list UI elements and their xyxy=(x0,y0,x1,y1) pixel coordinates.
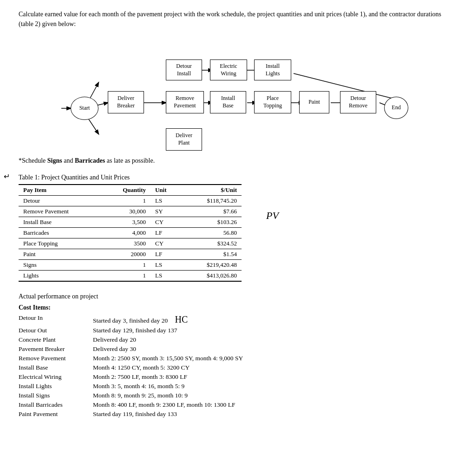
cell-quantity: 20000 xyxy=(101,249,150,260)
cell-unit: LS xyxy=(150,196,182,206)
cell-pay-item: Detour xyxy=(19,196,101,206)
hc-label: HC xyxy=(175,314,188,324)
table-row: Place Topping 3500 CY $324.52 xyxy=(19,238,242,249)
cost-item-value: Month 3: 5, month 4: 16, month 5: 9 xyxy=(93,383,452,390)
table1-section: Table 1: Project Quantities and Unit Pri… xyxy=(19,174,452,284)
performance-section: Actual performance on project Cost Items… xyxy=(19,293,452,418)
cell-price: $219,420.48 xyxy=(182,260,242,271)
cost-items-title: Cost Items: xyxy=(19,304,452,311)
cell-quantity: 3,500 xyxy=(101,217,150,228)
cost-item-label: Detour Out xyxy=(19,327,93,334)
cost-items-grid: Detour InStarted day 3, finished day 20 … xyxy=(19,314,452,418)
col-unit: Unit xyxy=(150,185,182,196)
cost-item-label: Paint Pavement xyxy=(19,410,93,418)
cell-unit: LS xyxy=(150,271,182,282)
node-install-base: InstallBase xyxy=(210,91,246,113)
cell-pay-item: Place Topping xyxy=(19,238,101,249)
cost-item-label: Install Lights xyxy=(19,383,93,390)
cell-quantity: 1 xyxy=(101,271,150,282)
table-row: Lights 1 LS $413,026.80 xyxy=(19,271,242,282)
intro-paragraph: Calculate earned value for each month of… xyxy=(19,9,452,29)
margin-left-mark: ↵ xyxy=(4,172,10,181)
cell-unit: LF xyxy=(150,228,182,238)
project-diagram: Start DetourInstall ElectricWiring Insta… xyxy=(61,36,410,148)
cell-pay-item: Install Base xyxy=(19,217,101,228)
node-paint: Paint xyxy=(299,91,329,113)
cost-item-label: Install Signs xyxy=(19,392,93,399)
cost-item-label: Pavement Breaker xyxy=(19,345,93,353)
cell-unit: CY xyxy=(150,217,182,228)
cost-item-value: Month 2: 7500 LF, month 3: 8300 LF xyxy=(93,373,452,381)
cost-item-label: Concrete Plant xyxy=(19,336,93,344)
cost-item-label: Detour In xyxy=(19,314,93,325)
col-price: $/Unit xyxy=(182,185,242,196)
cost-item-value: Started day 3, finished day 20 HC xyxy=(93,314,452,325)
node-deliver-plant: DeliverPlant xyxy=(166,128,202,151)
cost-item-label: Electrical Wiring xyxy=(19,373,93,381)
col-quantity: Quantity xyxy=(101,185,150,196)
cost-item-value: Month 8: 400 LF, month 9: 2300 LF, month… xyxy=(93,401,452,409)
cell-pay-item: Barricades xyxy=(19,228,101,238)
cell-pay-item: Remove Pavement xyxy=(19,206,101,217)
cell-unit: CY xyxy=(150,238,182,249)
cost-item-value: Month 4: 1250 CY, month 5: 3200 CY xyxy=(93,364,452,371)
cost-item-value: Delivered day 20 xyxy=(93,336,452,344)
cell-unit: SY xyxy=(150,206,182,217)
cost-item-value: Started day 129, finished day 137 xyxy=(93,327,452,334)
table-row: Detour 1 LS $118,745.20 xyxy=(19,196,242,206)
cell-quantity: 3500 xyxy=(101,238,150,249)
cell-price: $1.54 xyxy=(182,249,242,260)
node-detour-install: DetourInstall xyxy=(166,60,202,80)
cell-quantity: 30,000 xyxy=(101,206,150,217)
node-install-lights: InstallLights xyxy=(254,60,291,80)
table-row: Barricades 4,000 LF 56.80 xyxy=(19,228,242,238)
table-row: Signs 1 LS $219,420.48 xyxy=(19,260,242,271)
node-end: End xyxy=(384,97,408,119)
cell-price: $7.66 xyxy=(182,206,242,217)
col-pay-item: Pay Item xyxy=(19,185,101,196)
cost-item-label: Install Barricades xyxy=(19,401,93,409)
node-electric-wiring: ElectricWiring xyxy=(210,60,247,80)
cost-item-value: Month 2: 2500 SY, month 3: 15,500 SY, mo… xyxy=(93,355,452,362)
cell-price: 56.80 xyxy=(182,228,242,238)
node-remove-pavement: RemovePavement xyxy=(166,91,204,113)
cell-quantity: 1 xyxy=(101,260,150,271)
cell-price: $413,026.80 xyxy=(182,271,242,282)
cost-item-value: Delivered day 30 xyxy=(93,345,452,353)
cell-unit: LS xyxy=(150,260,182,271)
cell-quantity: 1 xyxy=(101,196,150,206)
cost-item-label: Remove Pavement xyxy=(19,355,93,362)
table-row: Install Base 3,500 CY $103.26 xyxy=(19,217,242,228)
cell-pay-item: Lights xyxy=(19,271,101,282)
schedule-note: *Schedule Signs and Barricades as late a… xyxy=(19,157,452,165)
cell-price: $324.52 xyxy=(182,238,242,249)
cell-quantity: 4,000 xyxy=(101,228,150,238)
cost-item-value: Started day 119, finished day 133 xyxy=(93,410,452,418)
pv-label: PV xyxy=(266,210,279,222)
table-row: Remove Pavement 30,000 SY $7.66 xyxy=(19,206,242,217)
cell-price: $118,745.20 xyxy=(182,196,242,206)
cost-item-value: Month 8: 9, month 9: 25, month 10: 9 xyxy=(93,392,452,399)
table-row: Paint 20000 LF $1.54 xyxy=(19,249,242,260)
actual-performance-title: Actual performance on project xyxy=(19,293,452,300)
table1: Pay Item Quantity Unit $/Unit Detour 1 L… xyxy=(19,184,242,282)
node-detour-remove: DetourRemove xyxy=(340,91,376,113)
cell-pay-item: Signs xyxy=(19,260,101,271)
table1-title: Table 1: Project Quantities and Unit Pri… xyxy=(19,174,452,181)
node-start: Start xyxy=(71,97,98,120)
cell-pay-item: Paint xyxy=(19,249,101,260)
node-deliver-breaker: DeliverBreaker xyxy=(108,91,144,113)
cell-price: $103.26 xyxy=(182,217,242,228)
node-place-topping: PlaceTopping xyxy=(254,91,291,113)
cell-unit: LF xyxy=(150,249,182,260)
cost-item-label: Install Base xyxy=(19,364,93,371)
